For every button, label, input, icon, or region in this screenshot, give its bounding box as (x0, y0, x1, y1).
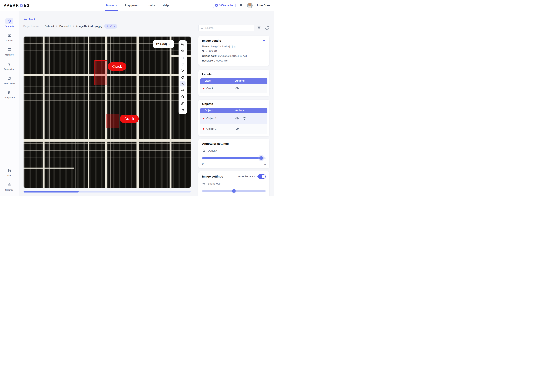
field-value: image1hdiu-dusjo.jpg (211, 45, 235, 48)
auto-enhance-toggle[interactable] (257, 174, 266, 179)
download-icon[interactable] (262, 39, 266, 43)
image-details-fields: Name: image1hdiu-dusjo.jpg Size: 6.5 KB … (202, 44, 266, 63)
object-name: Object 1 (206, 117, 217, 120)
delete-trash-tool[interactable] (180, 107, 185, 113)
zoom-out-tool[interactable] (180, 48, 185, 54)
smart-annotate-tool[interactable] (180, 81, 185, 86)
select-cursor-tool[interactable] (180, 68, 185, 73)
sidebar-item-integration[interactable]: Integration (4, 89, 15, 99)
zoom-level-dropdown[interactable]: 12% (fit) (153, 40, 174, 48)
canvas-horizontal-scrollbar[interactable] (24, 191, 191, 193)
undo-tool[interactable] (180, 55, 185, 60)
chevron-down-icon (114, 25, 115, 27)
sidebar-item-doc[interactable]: Doc (5, 167, 14, 177)
brand-o-icon (20, 4, 23, 7)
user-name[interactable]: John Doue (256, 4, 270, 7)
nav-tab-invite[interactable]: Invite (148, 0, 155, 11)
arrow-left-icon (24, 18, 27, 21)
panel-filter-buttons (257, 26, 269, 30)
polygon-tool[interactable] (180, 94, 185, 100)
breadcrumb-dataset[interactable]: Dataset (45, 25, 54, 28)
chevron-down-icon (169, 43, 171, 45)
panel-gap (43, 36, 44, 188)
scrollbar-thumb[interactable] (24, 191, 79, 193)
labels-table-header: Label Actions (200, 78, 267, 84)
sidebar-item-monitors[interactable]: Monitors (5, 47, 14, 56)
labels-title: Labels (200, 72, 267, 76)
delete-trash-icon[interactable] (243, 117, 246, 120)
object-row-1[interactable]: Object 1 (200, 113, 267, 124)
scribble-draw-tool[interactable] (180, 88, 185, 93)
annotation-box-crack-2[interactable] (106, 114, 119, 128)
droplet-icon (202, 149, 206, 153)
pan-hand-tool[interactable] (180, 75, 185, 80)
annotator-settings-card: Annotator settings Opacity 0 1 (198, 139, 269, 168)
slider-handle[interactable] (232, 189, 236, 193)
nav-tab-help[interactable]: Help (162, 0, 169, 11)
label-row-crack[interactable]: Crack (200, 84, 267, 93)
field-label: Uplaod date: (202, 55, 217, 57)
chevron-right-icon: › (73, 25, 74, 28)
user-avatar[interactable] (247, 3, 253, 8)
brightness-slider[interactable] (202, 189, 266, 193)
annotation-box-crack-1[interactable] (94, 60, 107, 85)
slider-fill (202, 157, 261, 159)
version-selector[interactable]: V1 (104, 24, 117, 28)
slider-handle[interactable] (260, 156, 263, 160)
breadcrumb-project[interactable]: Project name (23, 25, 39, 28)
brightness-scale: -100 0 100 (202, 195, 266, 196)
label-color-dot (203, 88, 204, 89)
filter-funnel-icon[interactable] (257, 26, 261, 30)
panel-gap (105, 36, 107, 188)
image-canvas[interactable]: Crack Crack (24, 36, 191, 188)
panel-search-row (198, 25, 269, 31)
detail-row-upload-date: Uplaod date: 05/28/2023, 01:04:16 AM (202, 54, 266, 58)
archive-icon (5, 89, 14, 96)
back-button[interactable]: Back (24, 18, 35, 21)
visibility-eye-icon[interactable] (235, 127, 239, 131)
field-value: 6.5 KB (209, 50, 217, 53)
column-actions: Actions (231, 109, 245, 112)
object-color-dot (203, 128, 204, 130)
nav-tab-playground[interactable]: Playground (125, 0, 140, 11)
sidebar-item-label: Datasets (5, 25, 14, 28)
search-field (198, 25, 254, 31)
breadcrumb-dataset1[interactable]: Dataset 1 (59, 25, 71, 28)
annotation-toolbar (179, 40, 187, 114)
visibility-eye-icon[interactable] (235, 116, 239, 120)
object-row-2[interactable]: Object 2 (200, 124, 267, 134)
sidebar-item-datasets[interactable]: Datasets (5, 18, 14, 28)
panel-gap (24, 168, 74, 169)
scale-min: -100 (202, 195, 208, 196)
delete-trash-icon[interactable] (243, 127, 246, 131)
opacity-scale: 0 1 (202, 162, 266, 165)
search-input[interactable] (198, 25, 254, 31)
notifications-bell-icon[interactable] (239, 3, 243, 7)
scale-max: 100 (261, 195, 266, 196)
nav-tab-projects[interactable]: Projects (106, 0, 117, 11)
coin-icon (215, 4, 218, 7)
credits-button[interactable]: 3000 credits (213, 3, 235, 8)
panel-gap (88, 36, 89, 188)
hide-annotations-eye-off-tool[interactable] (180, 101, 185, 106)
auto-enhance-label: Auto Enhance (238, 175, 255, 178)
panel-gap (169, 36, 171, 188)
zoom-in-tool[interactable] (180, 42, 185, 47)
redo-tool[interactable] (180, 61, 185, 67)
scale-max: 1 (264, 162, 266, 165)
visibility-eye-icon[interactable] (235, 86, 239, 90)
column-label: Label (200, 79, 231, 82)
sidebar-item-label: Models (6, 39, 13, 42)
sidebar-item-settings[interactable]: Settings (5, 182, 14, 191)
labels-card: Labels Label Actions Crack (198, 70, 269, 96)
objects-title: Objects (200, 102, 267, 105)
sidebar-item-predictions[interactable]: Predictions (4, 75, 15, 84)
tags-icon[interactable] (265, 26, 269, 30)
sidebar-item-models[interactable]: Models (5, 32, 14, 42)
sidebar: Datasets Models Monitors Connectors Pred… (0, 11, 19, 196)
breadcrumb-image-name: image1hdiu-dusjo.jpg (76, 25, 102, 28)
zoom-level-label: 12% (fit) (156, 42, 167, 46)
version-label: V1 (110, 25, 112, 28)
sidebar-item-connectors[interactable]: Connectors (4, 61, 15, 70)
opacity-slider[interactable] (202, 156, 266, 160)
